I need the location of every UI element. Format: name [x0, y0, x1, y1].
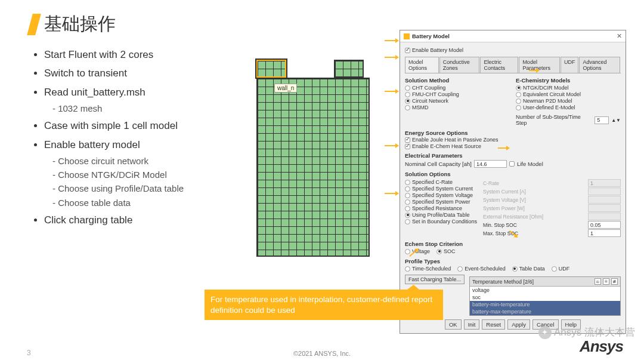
bullet-sub-item: Choose using Profile/Data table: [52, 182, 256, 195]
temp-method-item[interactable]: voltage: [470, 287, 620, 294]
mesh-tab-positive: [334, 60, 364, 78]
fast-charging-table-button[interactable]: Fast Charging Table...: [405, 275, 465, 284]
solution-options-label: Solution Options: [405, 171, 621, 177]
bullet-item: Read unit_battery.msh1032 mesh: [44, 85, 256, 116]
filter-icon[interactable]: ⎄: [595, 278, 601, 285]
solution-option-option[interactable]: Set in Boundary Conditions: [405, 219, 477, 224]
life-model-checkbox[interactable]: [509, 161, 515, 167]
arrow-icon: [385, 193, 397, 194]
tab-udf[interactable]: UDF: [561, 57, 579, 73]
bullet-list: Start Fluent with 2 coresSwitch to trans…: [30, 47, 256, 228]
solution-option-option[interactable]: Specified Resistance: [405, 205, 477, 211]
dialog-icon: [404, 33, 410, 39]
echem-model-option[interactable]: Equivalent Circuit Model: [516, 91, 621, 97]
max-stop-soc[interactable]: Max. Stop SOC1: [483, 229, 621, 237]
bullet-sub-item: 1032 mesh: [52, 101, 256, 115]
bullet-item: Switch to transient: [44, 66, 256, 81]
solution-method-label: Solution Method: [405, 77, 510, 84]
arrow-icon: [385, 145, 397, 146]
min-stop-soc[interactable]: Min. Stop SOC0.05: [483, 221, 621, 229]
solution-method-option[interactable]: FMU-CHT Coupling: [405, 91, 510, 97]
temp-method-label: Temperature Method [2/6]: [472, 279, 534, 285]
profile-type-option[interactable]: UDF: [552, 266, 570, 272]
bullet-sub-item: Choose table data: [52, 196, 256, 210]
arrow-icon: [529, 70, 537, 71]
title-accent: [27, 14, 41, 35]
disabled-field: External Resistance [Ohm]: [483, 213, 621, 220]
bullet-sub-item: Choose NTGK/DCiR Model: [52, 168, 256, 182]
init-button[interactable]: Init: [464, 319, 480, 330]
tab-advanced-options[interactable]: Advanced Options: [579, 57, 620, 73]
solution-option-option[interactable]: Specified System Current: [405, 186, 477, 192]
nominal-capacity-input[interactable]: 14.6: [474, 160, 507, 168]
select-all-icon[interactable]: ≡: [603, 278, 609, 285]
disabled-field: System Voltage [V]: [483, 196, 621, 204]
echem-stop-option[interactable]: SOC: [436, 248, 456, 254]
bullet-sub-item: Choose circuit network: [52, 154, 256, 168]
slide-title: 基础操作: [44, 12, 116, 36]
echem-stop-label: Echem Stop Criterion: [405, 241, 621, 247]
profile-type-option[interactable]: Event-Scheduled: [457, 266, 506, 272]
arrow-icon: [385, 40, 397, 41]
electrical-params-label: Electrical Parameters: [405, 152, 621, 159]
profile-type-option[interactable]: Table Data: [512, 266, 545, 272]
bullet-item: Start Fluent with 2 cores: [44, 47, 256, 63]
tab-model-options[interactable]: Model Options: [405, 57, 439, 73]
life-model-label: Life Model: [517, 161, 543, 167]
echem-heat-checkbox[interactable]: Enable E-Chem Heat Source: [405, 143, 621, 149]
mesh-cell-body: [256, 78, 370, 257]
tab-electric-contacts[interactable]: Electric Contacts: [480, 57, 518, 73]
solution-method-option[interactable]: Circuit Network: [405, 98, 510, 104]
echem-model-option[interactable]: User-defined E-Model: [516, 104, 621, 110]
solution-option-option[interactable]: Specified System Power: [405, 199, 477, 205]
arrow-icon: [385, 57, 397, 58]
temp-method-item[interactable]: battery-max-temperature: [470, 308, 620, 315]
mesh-tab-negative: [256, 60, 286, 78]
close-icon[interactable]: ✕: [617, 32, 622, 40]
profile-types-label: Profile Types: [405, 258, 621, 264]
arrow-icon: [498, 147, 507, 149]
ok-button[interactable]: OK: [445, 319, 462, 330]
enable-battery-model-checkbox[interactable]: Enable Battery Model: [405, 45, 621, 56]
solution-option-option[interactable]: Specified C-Rate: [405, 179, 477, 185]
temp-method-item[interactable]: soc: [470, 294, 620, 301]
temp-method-item[interactable]: battery-min-temperature: [470, 301, 620, 308]
callout-note: For temperature used in interpolation, c…: [205, 290, 443, 320]
echem-models-label: E-Chemistry Models: [516, 77, 621, 84]
energy-source-label: Energy Source Options: [405, 130, 621, 136]
disabled-field: C-Rate1: [483, 179, 621, 187]
substeps-label: Number of Sub-Steps/Time Step: [516, 114, 592, 126]
apply-button[interactable]: Apply: [507, 319, 530, 330]
ansys-logo: Ansys: [580, 337, 623, 356]
nominal-capacity-label: Nominal Cell Capacity [ah]: [405, 161, 472, 167]
deselect-icon[interactable]: ≢: [611, 278, 618, 285]
echem-model-option[interactable]: Newman P2D Model: [516, 98, 621, 104]
mesh-tooltip: wall_n: [274, 84, 297, 93]
disabled-field: System Current [A]: [483, 187, 621, 195]
substeps-input[interactable]: 5: [595, 116, 609, 124]
tab-conductive-zones[interactable]: Conductive Zones: [439, 57, 480, 73]
battery-model-dialog: Battery Model ✕ Enable Battery Model Mod…: [400, 30, 626, 334]
arrow-icon: [385, 91, 397, 92]
copyright: ©2021 ANSYS, Inc.: [0, 350, 644, 357]
bullet-item: Enable battery modelChoose circuit netwo…: [44, 137, 256, 210]
solution-method-option[interactable]: CHT Coupling: [405, 85, 510, 91]
wechat-icon: ✦: [538, 326, 552, 339]
dialog-tabs: Model OptionsConductive ZonesElectric Co…: [405, 57, 621, 73]
joule-heat-checkbox[interactable]: Enable Joule Heat in Passive Zones: [405, 137, 621, 143]
solution-method-option[interactable]: MSMD: [405, 104, 510, 110]
mesh-viewport: wall_n: [256, 60, 382, 257]
echem-model-option[interactable]: NTGK/DCIR Model: [516, 85, 621, 91]
solution-option-option[interactable]: Specified System Voltage: [405, 192, 477, 198]
bullet-item: Case with simple 1 cell model: [44, 118, 256, 134]
bullet-item: Click charging table: [44, 213, 256, 228]
dialog-title: Battery Model: [412, 33, 450, 39]
reset-button[interactable]: Reset: [482, 319, 505, 330]
profile-type-option[interactable]: Time-Scheduled: [405, 266, 451, 272]
solution-option-option[interactable]: Using Profile/Data Table: [405, 212, 477, 218]
disabled-field: System Power [W]: [483, 204, 621, 212]
